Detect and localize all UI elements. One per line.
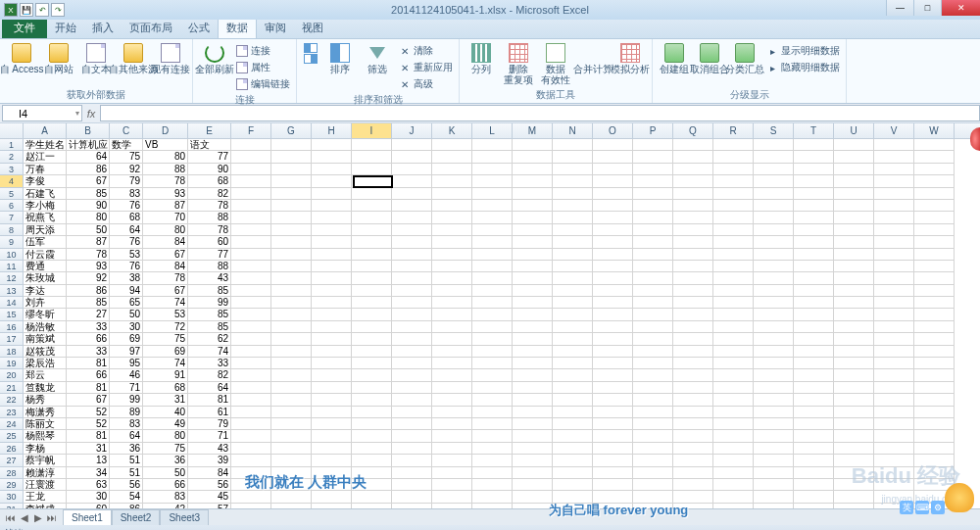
cell-J25[interactable] xyxy=(392,430,432,442)
cell-D19[interactable]: 74 xyxy=(143,358,188,369)
cell-P28[interactable] xyxy=(633,467,673,479)
cell-L19[interactable] xyxy=(472,358,513,369)
cell-E29[interactable]: 56 xyxy=(188,479,231,491)
cell-F27[interactable] xyxy=(231,455,271,466)
cell-W23[interactable] xyxy=(914,407,955,418)
cell-T16[interactable] xyxy=(794,321,834,333)
col-header-O[interactable]: O xyxy=(593,123,633,138)
cell-K23[interactable] xyxy=(432,407,472,418)
cell-N24[interactable] xyxy=(553,418,593,430)
cell-U13[interactable] xyxy=(834,285,874,297)
sort-az-button[interactable] xyxy=(301,41,320,64)
minimize-button[interactable]: — xyxy=(886,0,913,16)
cell-I23[interactable] xyxy=(352,407,392,418)
cell-Q28[interactable] xyxy=(673,467,713,479)
cell-T21[interactable] xyxy=(794,382,834,394)
cell-B19[interactable]: 81 xyxy=(67,358,110,369)
cell-T27[interactable] xyxy=(794,455,834,466)
cell-S22[interactable] xyxy=(754,394,794,406)
cell-Q3[interactable] xyxy=(673,164,713,175)
cell-D10[interactable]: 67 xyxy=(143,249,188,261)
cell-H6[interactable] xyxy=(312,200,352,212)
cell-V13[interactable] xyxy=(874,285,914,297)
cell-G23[interactable] xyxy=(271,407,312,418)
row-header-30[interactable]: 30 xyxy=(0,491,24,503)
cell-D18[interactable]: 69 xyxy=(143,346,188,358)
cell-D3[interactable]: 88 xyxy=(143,164,188,175)
cell-V21[interactable] xyxy=(874,382,914,394)
cell-D15[interactable]: 53 xyxy=(143,309,188,320)
cell-S23[interactable] xyxy=(754,407,794,418)
cell-I2[interactable] xyxy=(352,151,392,163)
cell-G31[interactable] xyxy=(271,504,312,508)
cell-U19[interactable] xyxy=(834,358,874,369)
cell-D21[interactable]: 68 xyxy=(143,382,188,394)
cell-H25[interactable] xyxy=(312,430,352,442)
cell-L15[interactable] xyxy=(472,309,513,320)
cell-P25[interactable] xyxy=(633,430,673,442)
cell-S3[interactable] xyxy=(754,164,794,175)
cell-I5[interactable] xyxy=(352,188,392,200)
cell-G26[interactable] xyxy=(271,443,312,455)
cell-V23[interactable] xyxy=(874,407,914,418)
cell-J22[interactable] xyxy=(392,394,432,406)
cell-N18[interactable] xyxy=(553,346,593,358)
cell-A20[interactable]: 郑云 xyxy=(24,369,67,381)
cell-K3[interactable] xyxy=(432,164,472,175)
cell-H18[interactable] xyxy=(312,346,352,358)
cell-W17[interactable] xyxy=(914,333,955,345)
cell-C11[interactable]: 76 xyxy=(110,261,143,272)
filter-button[interactable]: 筛选 xyxy=(360,41,395,74)
cell-V17[interactable] xyxy=(874,333,914,345)
cell-J1[interactable] xyxy=(392,139,432,151)
cell-Q9[interactable] xyxy=(673,236,713,248)
cell-T19[interactable] xyxy=(794,358,834,369)
cell-J17[interactable] xyxy=(392,333,432,345)
cell-P6[interactable] xyxy=(633,200,673,212)
cell-G20[interactable] xyxy=(271,369,312,381)
conn-2[interactable]: 编辑链接 xyxy=(234,76,292,92)
cell-H7[interactable] xyxy=(312,212,352,223)
cell-B18[interactable]: 33 xyxy=(67,346,110,358)
cell-N4[interactable] xyxy=(553,175,593,187)
cell-K15[interactable] xyxy=(432,309,472,320)
cell-R17[interactable] xyxy=(713,333,754,345)
cell-O20[interactable] xyxy=(593,369,633,381)
cell-Q18[interactable] xyxy=(673,346,713,358)
cell-R14[interactable] xyxy=(713,297,754,309)
cell-C10[interactable]: 53 xyxy=(110,249,143,261)
cell-L27[interactable] xyxy=(472,455,513,466)
cell-J6[interactable] xyxy=(392,200,432,212)
col-header-F[interactable]: F xyxy=(231,123,271,138)
outline-1[interactable]: 取消组合 xyxy=(692,41,727,74)
outline-2[interactable]: 分类汇总 xyxy=(727,41,762,74)
cell-C9[interactable]: 76 xyxy=(110,236,143,248)
conn-1[interactable]: 属性 xyxy=(234,60,292,75)
cell-T20[interactable] xyxy=(794,369,834,381)
cell-M23[interactable] xyxy=(513,407,553,418)
cell-I1[interactable] xyxy=(352,139,392,151)
cell-N8[interactable] xyxy=(553,224,593,236)
cell-W26[interactable] xyxy=(914,443,955,455)
cell-M3[interactable] xyxy=(513,164,553,175)
cell-D13[interactable]: 67 xyxy=(143,285,188,297)
cell-O8[interactable] xyxy=(593,224,633,236)
cell-B16[interactable]: 33 xyxy=(67,321,110,333)
cell-S29[interactable] xyxy=(754,479,794,491)
cell-F10[interactable] xyxy=(231,249,271,261)
cell-V16[interactable] xyxy=(874,321,914,333)
cell-M12[interactable] xyxy=(513,272,553,284)
cell-L24[interactable] xyxy=(472,418,513,430)
cell-E9[interactable]: 60 xyxy=(188,236,231,248)
cell-U22[interactable] xyxy=(834,394,874,406)
cell-R8[interactable] xyxy=(713,224,754,236)
row-header-10[interactable]: 10 xyxy=(0,249,24,261)
cell-A29[interactable]: 汪寰渡 xyxy=(24,479,67,491)
cell-M18[interactable] xyxy=(513,346,553,358)
cell-D1[interactable]: VB xyxy=(143,139,188,151)
cell-M13[interactable] xyxy=(513,285,553,297)
cell-Q4[interactable] xyxy=(673,175,713,187)
tab-file[interactable]: 文件 xyxy=(2,18,47,38)
cell-S18[interactable] xyxy=(754,346,794,358)
col-header-H[interactable]: H xyxy=(312,123,352,138)
